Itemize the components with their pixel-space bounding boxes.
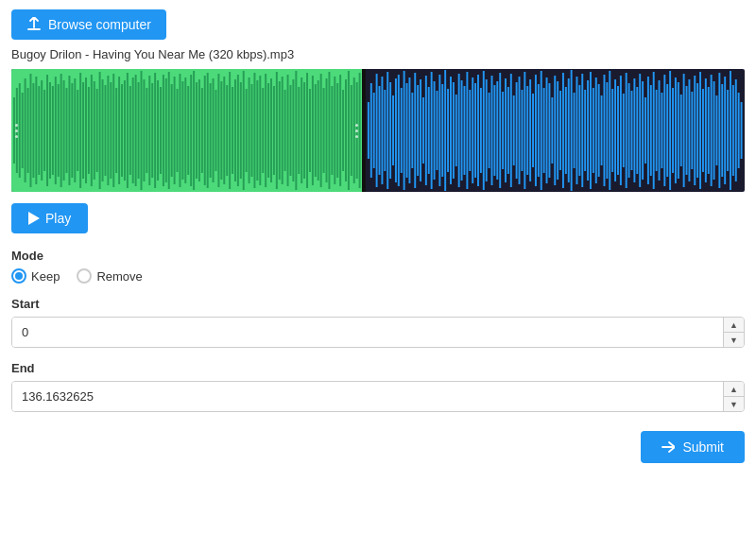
mode-keep-option[interactable]: Keep bbox=[11, 268, 60, 284]
svg-rect-112 bbox=[323, 88, 325, 173]
svg-rect-134 bbox=[389, 82, 391, 179]
right-drag-handle[interactable] bbox=[355, 124, 358, 138]
svg-rect-207 bbox=[590, 72, 592, 189]
svg-rect-16 bbox=[58, 84, 60, 177]
svg-rect-153 bbox=[441, 84, 443, 177]
svg-rect-230 bbox=[652, 72, 654, 189]
svg-rect-184 bbox=[526, 86, 528, 175]
start-label: Start bbox=[11, 297, 745, 311]
svg-rect-35 bbox=[110, 82, 112, 179]
svg-rect-159 bbox=[457, 74, 459, 187]
svg-rect-119 bbox=[342, 90, 344, 171]
svg-rect-25 bbox=[82, 82, 84, 179]
start-increment-button[interactable]: ▲ bbox=[724, 318, 744, 332]
svg-rect-85 bbox=[249, 78, 250, 183]
svg-rect-233 bbox=[661, 93, 662, 168]
svg-rect-136 bbox=[395, 78, 397, 182]
svg-rect-243 bbox=[688, 79, 690, 181]
svg-rect-239 bbox=[677, 82, 679, 179]
play-button[interactable]: Play bbox=[11, 203, 88, 233]
svg-rect-51 bbox=[154, 73, 156, 188]
svg-rect-227 bbox=[644, 97, 646, 164]
svg-rect-163 bbox=[469, 90, 471, 171]
svg-rect-171 bbox=[490, 76, 492, 185]
svg-rect-197 bbox=[562, 73, 564, 188]
left-drag-handle[interactable] bbox=[15, 124, 18, 138]
svg-rect-62 bbox=[184, 78, 186, 183]
svg-rect-236 bbox=[669, 71, 671, 190]
svg-rect-178 bbox=[509, 74, 511, 187]
remove-radio-button[interactable] bbox=[77, 268, 92, 284]
svg-rect-93 bbox=[270, 78, 272, 182]
play-icon bbox=[28, 212, 40, 225]
svg-rect-206 bbox=[587, 80, 589, 181]
svg-rect-45 bbox=[138, 82, 140, 179]
svg-rect-191 bbox=[545, 78, 547, 183]
end-input[interactable] bbox=[12, 382, 723, 411]
svg-rect-237 bbox=[672, 88, 674, 173]
svg-rect-63 bbox=[187, 86, 189, 175]
svg-rect-214 bbox=[609, 71, 610, 190]
svg-rect-219 bbox=[622, 94, 624, 167]
svg-rect-242 bbox=[685, 86, 687, 175]
svg-rect-246 bbox=[696, 83, 698, 178]
svg-rect-140 bbox=[405, 83, 407, 178]
svg-rect-183 bbox=[524, 72, 525, 189]
svg-rect-195 bbox=[557, 81, 558, 180]
end-decrement-button[interactable]: ▼ bbox=[724, 396, 744, 411]
svg-rect-131 bbox=[381, 77, 383, 184]
svg-rect-70 bbox=[207, 73, 209, 188]
end-increment-button[interactable]: ▲ bbox=[724, 382, 744, 396]
svg-rect-158 bbox=[455, 95, 456, 166]
svg-rect-48 bbox=[146, 88, 147, 173]
start-decrement-button[interactable]: ▼ bbox=[724, 332, 744, 347]
svg-rect-41 bbox=[127, 73, 129, 188]
svg-rect-226 bbox=[642, 81, 644, 180]
svg-rect-254 bbox=[718, 73, 720, 188]
svg-rect-71 bbox=[210, 83, 212, 178]
end-field-wrapper: End ▲ ▼ bbox=[11, 361, 745, 412]
svg-rect-14 bbox=[52, 86, 54, 175]
svg-rect-196 bbox=[559, 91, 561, 170]
svg-rect-249 bbox=[704, 78, 706, 182]
submit-button[interactable]: Submit bbox=[641, 431, 745, 463]
svg-rect-221 bbox=[627, 83, 629, 178]
waveform-display[interactable] bbox=[11, 69, 745, 192]
svg-rect-11 bbox=[43, 90, 45, 171]
svg-rect-95 bbox=[276, 72, 278, 189]
waveform-green-region[interactable] bbox=[11, 69, 362, 192]
svg-rect-204 bbox=[581, 74, 583, 187]
svg-rect-225 bbox=[639, 74, 641, 187]
svg-rect-37 bbox=[115, 88, 117, 173]
svg-rect-23 bbox=[77, 90, 78, 171]
svg-rect-169 bbox=[485, 79, 487, 181]
svg-rect-42 bbox=[129, 86, 131, 175]
svg-rect-108 bbox=[312, 76, 314, 185]
mode-remove-option[interactable]: Remove bbox=[77, 268, 142, 284]
submit-button-label: Submit bbox=[682, 439, 724, 455]
svg-rect-65 bbox=[193, 71, 195, 190]
svg-rect-101 bbox=[292, 79, 294, 181]
svg-rect-222 bbox=[630, 91, 632, 170]
svg-rect-209 bbox=[594, 78, 596, 183]
svg-rect-79 bbox=[232, 87, 233, 174]
svg-rect-78 bbox=[229, 72, 231, 189]
svg-rect-259 bbox=[731, 85, 733, 176]
browse-computer-button[interactable]: Browse computer bbox=[11, 9, 166, 40]
svg-rect-141 bbox=[408, 78, 410, 183]
keep-radio-button[interactable] bbox=[11, 268, 26, 284]
start-input[interactable] bbox=[12, 318, 723, 347]
svg-rect-229 bbox=[649, 85, 651, 176]
svg-rect-103 bbox=[298, 87, 300, 174]
svg-rect-189 bbox=[540, 71, 541, 190]
svg-marker-263 bbox=[28, 212, 40, 225]
svg-rect-127 bbox=[369, 83, 371, 178]
svg-rect-74 bbox=[217, 74, 219, 187]
svg-rect-114 bbox=[328, 72, 330, 189]
svg-rect-98 bbox=[284, 90, 286, 171]
svg-rect-27 bbox=[88, 87, 90, 174]
waveform-blue-region[interactable] bbox=[366, 69, 745, 192]
svg-rect-68 bbox=[201, 88, 203, 173]
svg-rect-147 bbox=[424, 76, 426, 185]
svg-rect-38 bbox=[118, 77, 120, 184]
